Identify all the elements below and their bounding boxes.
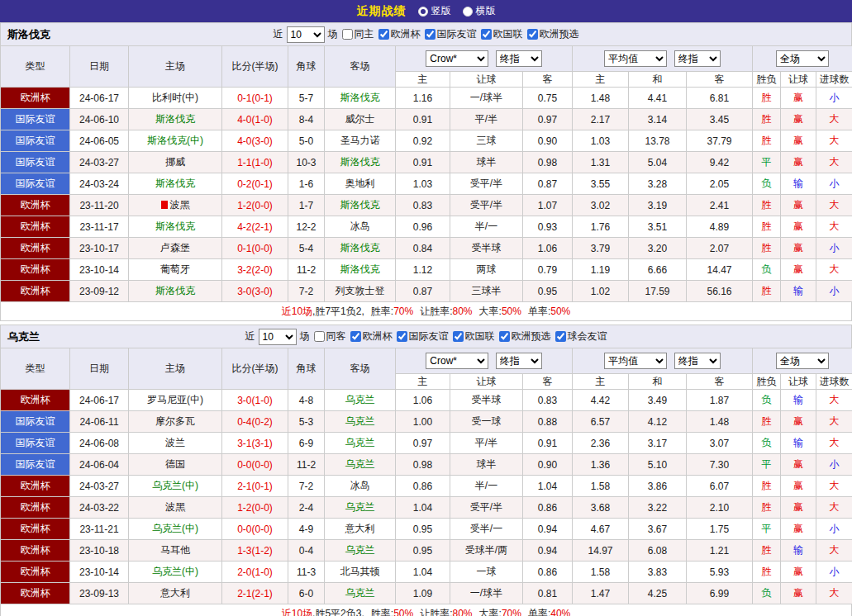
odds-away: 0.75 bbox=[523, 88, 573, 109]
full-score: 0-0(0-0) bbox=[222, 454, 288, 476]
scope-select[interactable]: 全场 bbox=[776, 50, 829, 67]
competition-checkbox[interactable] bbox=[527, 29, 538, 40]
layout-radio-horizontal[interactable]: 横版 bbox=[463, 4, 496, 18]
scope-controls-cell: 全场 bbox=[753, 348, 852, 374]
results-table: 类型 日期 主场 比分(半场) 角球 客场 Crow* 终指 平均值 终指 全场 bbox=[0, 45, 852, 302]
result-goals: 大 bbox=[816, 390, 852, 411]
full-score: 2-0(1-0) bbox=[222, 562, 288, 583]
match-date: 23-10-18 bbox=[70, 540, 129, 562]
match-row: 欧洲杯23-11-17斯洛伐克4-2(2-1)12-2冰岛0.96半/一0.93… bbox=[1, 216, 852, 238]
home-team: 波黑 bbox=[129, 497, 222, 519]
avg-final-select[interactable]: 终指 bbox=[674, 50, 721, 67]
home-team: 摩尔多瓦 bbox=[129, 411, 222, 433]
full-score: 0-2(0-1) bbox=[222, 173, 288, 195]
same-venue-checkbox[interactable] bbox=[342, 29, 353, 40]
competition-filter[interactable]: 球会友谊 bbox=[555, 329, 607, 344]
competition-checkbox[interactable] bbox=[453, 331, 464, 342]
competition-filter[interactable]: 欧洲杯 bbox=[350, 329, 393, 344]
handicap-line: 一球 bbox=[450, 562, 523, 583]
summary-text: 70% bbox=[502, 608, 521, 616]
competition-filter[interactable]: 国际友谊 bbox=[397, 329, 449, 344]
full-score: 3-1(3-1) bbox=[222, 433, 288, 454]
competition-filter[interactable]: 欧洲预选 bbox=[499, 329, 551, 344]
competition-checkbox[interactable] bbox=[350, 331, 361, 342]
odds-home: 0.95 bbox=[396, 519, 450, 540]
competition-checkbox[interactable] bbox=[378, 29, 389, 40]
corner-score: 12-2 bbox=[288, 216, 325, 238]
competition-checkbox[interactable] bbox=[499, 331, 510, 342]
competition-type: 欧洲杯 bbox=[1, 195, 70, 216]
result-wdl: 胜 bbox=[753, 281, 781, 302]
match-row: 欧洲杯23-10-14乌克兰(中)2-0(1-0)11-3北马其顿1.04一球0… bbox=[1, 562, 852, 583]
odds-final-select[interactable]: 终指 bbox=[496, 50, 542, 67]
odds-controls-cell: Crow* 终指 bbox=[396, 46, 573, 72]
competition-checkbox[interactable] bbox=[397, 331, 407, 342]
col-goals: 进球数 bbox=[816, 374, 852, 390]
layout-radio-vertical[interactable]: 竖版 bbox=[418, 4, 451, 18]
result-handicap: 赢 bbox=[781, 109, 816, 130]
avg-draw-odds: 3.49 bbox=[629, 390, 687, 411]
col-corner: 角球 bbox=[288, 46, 325, 88]
col-avg-home: 主 bbox=[573, 374, 629, 390]
same-venue-checkbox[interactable] bbox=[314, 331, 325, 342]
avg-home-odds: 3.55 bbox=[573, 173, 629, 195]
avg-draw-odds: 6.08 bbox=[629, 540, 687, 562]
col-goals: 进球数 bbox=[816, 72, 852, 88]
col-type: 类型 bbox=[1, 46, 70, 88]
same-venue-filter[interactable]: 同客 bbox=[314, 329, 346, 344]
competition-checkbox[interactable] bbox=[555, 331, 566, 342]
competition-filter[interactable]: 欧国联 bbox=[481, 27, 523, 41]
avg-away-odds: 1.21 bbox=[687, 540, 753, 562]
recent-count-select[interactable]: 10 bbox=[287, 26, 325, 43]
col-handicap: 让球 bbox=[450, 374, 523, 390]
competition-filter[interactable]: 欧洲预选 bbox=[527, 27, 579, 41]
competition-filter[interactable]: 欧洲杯 bbox=[378, 27, 421, 41]
match-date: 24-06-17 bbox=[70, 88, 129, 109]
away-team: 北马其顿 bbox=[325, 562, 396, 583]
avg-source-select[interactable]: 平均值 bbox=[604, 353, 667, 369]
recent-count-select[interactable]: 10 bbox=[259, 329, 297, 345]
away-team: 列支敦士登 bbox=[325, 281, 396, 302]
odds-source-select[interactable]: Crow* bbox=[426, 353, 488, 369]
avg-home-odds: 1.19 bbox=[573, 259, 629, 281]
match-date: 23-09-12 bbox=[70, 281, 129, 302]
corner-score: 4-9 bbox=[288, 519, 325, 540]
same-venue-filter[interactable]: 同主 bbox=[342, 27, 374, 41]
match-row: 国际友谊24-06-11摩尔多瓦0-4(0-2)5-3乌克兰1.00受一球0.8… bbox=[1, 411, 852, 433]
full-score: 1-1(1-0) bbox=[222, 152, 288, 173]
odds-away: 0.86 bbox=[523, 497, 573, 519]
home-team: 卢森堡 bbox=[129, 238, 222, 259]
team-section-ukraine: 乌克兰 近 10 场 同客 欧洲杯国际友谊欧国联欧洲预选球会友谊 类型 日期 主… bbox=[0, 325, 852, 616]
avg-draw-odds: 3.20 bbox=[629, 238, 687, 259]
home-team: 波兰 bbox=[129, 433, 222, 454]
home-team: 挪威 bbox=[129, 152, 222, 173]
odds-home: 1.04 bbox=[396, 497, 450, 519]
avg-draw-odds: 17.59 bbox=[629, 281, 687, 302]
corner-score: 7-2 bbox=[288, 281, 325, 302]
avg-away-odds: 2.07 bbox=[687, 238, 753, 259]
home-team: 斯洛伐克 bbox=[129, 281, 222, 302]
competition-type: 国际友谊 bbox=[1, 130, 70, 152]
result-wdl: 胜 bbox=[753, 411, 781, 433]
full-score: 4-0(3-0) bbox=[222, 130, 288, 152]
corner-score: 11-2 bbox=[288, 259, 325, 281]
handicap-line: 受一球 bbox=[450, 411, 523, 433]
avg-final-select[interactable]: 终指 bbox=[674, 353, 721, 369]
scope-select[interactable]: 全场 bbox=[776, 353, 829, 369]
competition-filter[interactable]: 欧国联 bbox=[453, 329, 495, 344]
team-name: 乌克兰 bbox=[7, 329, 40, 344]
avg-source-select[interactable]: 平均值 bbox=[604, 50, 667, 67]
odds-final-select[interactable]: 终指 bbox=[496, 353, 542, 369]
competition-checkbox[interactable] bbox=[481, 29, 492, 40]
competition-type: 欧洲杯 bbox=[1, 390, 70, 411]
match-row: 欧洲杯24-03-22波黑1-2(0-0)2-4乌克兰1.04受平/半0.863… bbox=[1, 497, 852, 519]
odds-source-select[interactable]: Crow* bbox=[426, 50, 488, 67]
odds-home: 0.92 bbox=[396, 130, 450, 152]
odds-away: 0.95 bbox=[523, 281, 573, 302]
match-row: 欧洲杯23-10-18马耳他1-3(1-2)0-4乌克兰0.95受球半/两0.9… bbox=[1, 540, 852, 562]
full-score: 1-2(0-0) bbox=[222, 497, 288, 519]
col-odds-home: 主 bbox=[396, 374, 450, 390]
competition-checkbox[interactable] bbox=[425, 29, 436, 40]
handicap-line: 受平/半 bbox=[450, 497, 523, 519]
competition-filter[interactable]: 国际友谊 bbox=[425, 27, 477, 41]
